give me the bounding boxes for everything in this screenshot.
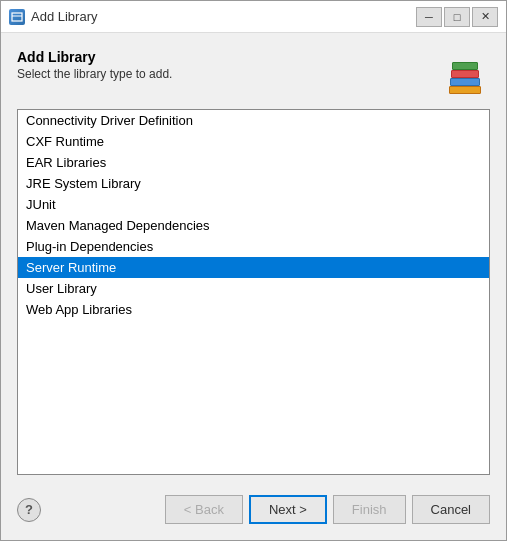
help-button[interactable]: ? [17,498,41,522]
list-item[interactable]: Maven Managed Dependencies [18,215,489,236]
header-text: Add Library Select the library type to a… [17,49,172,81]
minimize-button[interactable]: ─ [416,7,442,27]
list-item[interactable]: Connectivity Driver Definition [18,110,489,131]
library-icon-graphic [442,49,490,97]
svg-rect-0 [12,13,22,21]
dialog-subtitle: Select the library type to add. [17,67,172,81]
list-item[interactable]: User Library [18,278,489,299]
list-item[interactable]: Server Runtime [18,257,489,278]
window-icon [9,9,25,25]
title-bar-left: Add Library [9,9,97,25]
close-button[interactable]: ✕ [472,7,498,27]
window-title: Add Library [31,9,97,24]
list-item[interactable]: Plug-in Dependencies [18,236,489,257]
maximize-button[interactable]: □ [444,7,470,27]
button-group: < Back Next > Finish Cancel [165,495,490,524]
list-item[interactable]: EAR Libraries [18,152,489,173]
back-button[interactable]: < Back [165,495,243,524]
list-item[interactable]: JUnit [18,194,489,215]
book-green [452,62,478,70]
title-bar: Add Library ─ □ ✕ [1,1,506,33]
dialog-content: Add Library Select the library type to a… [1,33,506,540]
dialog-title: Add Library [17,49,172,65]
bottom-section: ? < Back Next > Finish Cancel [17,495,490,524]
library-list[interactable]: Connectivity Driver DefinitionCXF Runtim… [17,109,490,475]
cancel-button[interactable]: Cancel [412,495,490,524]
next-button[interactable]: Next > [249,495,327,524]
title-bar-controls: ─ □ ✕ [416,7,498,27]
book-blue [450,78,480,86]
list-item[interactable]: CXF Runtime [18,131,489,152]
book-stack [445,52,487,94]
finish-button[interactable]: Finish [333,495,406,524]
add-library-window: Add Library ─ □ ✕ Add Library Select the… [0,0,507,541]
book-red [451,70,479,78]
header-row: Add Library Select the library type to a… [17,49,490,97]
list-item[interactable]: JRE System Library [18,173,489,194]
list-item[interactable]: Web App Libraries [18,299,489,320]
book-orange [449,86,481,94]
